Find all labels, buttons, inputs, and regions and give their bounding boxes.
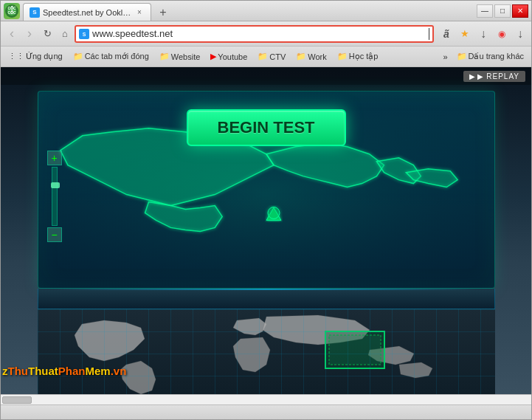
watermark: zThuThuatPhanMem.vn	[2, 365, 126, 378]
speedtest-topbar: ▶ ▶ REPLAY	[1, 67, 531, 85]
close-button[interactable]: ✕	[512, 4, 528, 18]
titlebar: CỐC CỐC S Speedtest.net by Ookla - T × +…	[1, 1, 531, 21]
address-input[interactable]	[92, 28, 428, 39]
nav-extras: ã ★ ↓ ◉ ↓	[438, 26, 528, 42]
statusbar	[1, 404, 531, 419]
svg-text:S: S	[83, 32, 86, 37]
map-panel: BEGIN TEST + −	[38, 91, 495, 289]
replay-icon: ▶	[469, 72, 475, 80]
text-cursor	[429, 28, 429, 40]
bookmark-star-button[interactable]: ★	[457, 26, 473, 42]
folder-icon-other: 📁	[457, 52, 467, 61]
tab-favicon: S	[30, 7, 40, 18]
zoom-out-button[interactable]: −	[47, 227, 62, 242]
navbar: ‹ › ↻ ⌂ S ã ★ ↓ ◉ ↓	[1, 21, 531, 47]
svg-text:CỐC: CỐC	[7, 10, 16, 15]
begin-test-button[interactable]: BEGIN TEST	[186, 109, 345, 146]
more-bookmarks-button[interactable]: »	[440, 51, 450, 63]
folder-icon-hoc-tap: 📁	[337, 52, 348, 61]
folder-icon-ctv: 📁	[258, 52, 268, 61]
scrollbar-horizontal[interactable]	[1, 394, 531, 404]
bookmark-ung-dung[interactable]: ⋮⋮ Ứng dụng	[4, 50, 67, 63]
download-button[interactable]: ↓	[475, 26, 491, 42]
zoom-slider[interactable]	[52, 167, 58, 226]
browser-window: CỐC CỐC S Speedtest.net by Ookla - T × +…	[0, 0, 532, 420]
svg-text:CỐC: CỐC	[7, 5, 16, 10]
browser-logo: CỐC CỐC	[4, 3, 20, 19]
bookmark-other[interactable]: 📁 Dấu trang khác	[452, 50, 528, 63]
youtube-icon: ▶	[210, 52, 216, 61]
tab-close-button[interactable]: ×	[134, 7, 145, 18]
bookmark-youtube[interactable]: ▶ Youtube	[206, 50, 252, 63]
forward-button[interactable]: ›	[21, 26, 38, 42]
platform-shine	[53, 289, 480, 290]
refresh-button[interactable]: ↻	[39, 26, 55, 42]
translate-button[interactable]: ã	[438, 26, 455, 42]
bookmark-hoc-tap[interactable]: 📁 Học tập	[333, 50, 383, 63]
minimap-grid	[38, 309, 495, 394]
content-area: ▶ ▶ REPLAY BEGIN TEST + −	[1, 67, 531, 394]
world-minimap	[38, 309, 495, 394]
active-tab[interactable]: S Speedtest.net by Ookla - T ×	[23, 3, 151, 21]
bookmark-ctv[interactable]: 📁 CTV	[253, 50, 290, 63]
scrollbar-thumb[interactable]	[2, 396, 32, 404]
folder-icon-website: 📁	[159, 52, 170, 61]
home-button[interactable]: ⌂	[57, 26, 73, 42]
download2-button[interactable]: ↓	[512, 26, 528, 42]
bookmarks-bar: ⋮⋮ Ứng dụng 📁 Các tab mới đóng 📁 Website…	[1, 47, 531, 67]
speedtest-page: ▶ ▶ REPLAY BEGIN TEST + −	[1, 67, 531, 394]
tab-label: Speedtest.net by Ookla - T	[43, 8, 131, 17]
folder-icon: 📁	[73, 52, 83, 61]
minimize-button[interactable]: —	[477, 4, 493, 18]
maximize-button[interactable]: □	[494, 4, 511, 18]
camera-button[interactable]: ◉	[494, 26, 510, 42]
folder-icon-work: 📁	[296, 52, 306, 61]
window-controls: — □ ✕	[477, 4, 528, 18]
bottom-platform	[38, 289, 495, 310]
zoom-handle	[51, 182, 60, 188]
tab-area: S Speedtest.net by Ookla - T × +	[23, 1, 477, 21]
zoom-controls: + −	[47, 151, 62, 242]
address-favicon: S	[79, 29, 89, 39]
svg-point-8	[267, 207, 279, 218]
replay-button[interactable]: ▶ ▶ REPLAY	[463, 71, 526, 82]
zoom-in-button[interactable]: +	[47, 151, 62, 165]
bookmark-cac-tab[interactable]: 📁 Các tab mới đóng	[69, 50, 153, 63]
bookmark-work[interactable]: 📁 Work	[291, 50, 331, 63]
apps-icon: ⋮⋮	[8, 52, 24, 61]
new-tab-button[interactable]: +	[154, 4, 172, 21]
address-bar[interactable]: S	[75, 25, 434, 43]
back-button[interactable]: ‹	[4, 26, 20, 42]
bookmark-website[interactable]: 📁 Website	[155, 50, 205, 63]
